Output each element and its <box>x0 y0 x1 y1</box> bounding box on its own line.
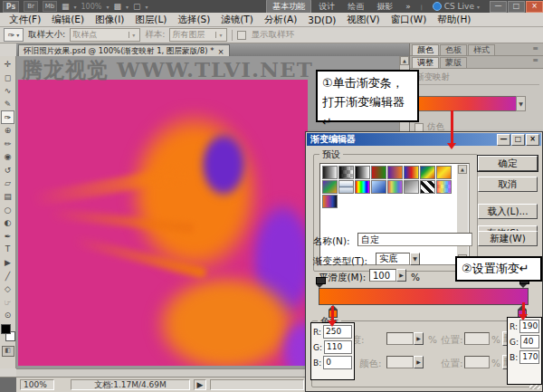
gradient-map-bar[interactable] <box>414 96 518 111</box>
eyedropper-tool[interactable]: ✑ <box>1 110 14 124</box>
clone-stamp-tool[interactable]: ◉ <box>1 150 14 164</box>
gradient-preset[interactable] <box>420 166 435 179</box>
blur-tool[interactable]: ○ <box>1 204 14 217</box>
gradient-preset[interactable] <box>322 195 338 208</box>
scroll-up-icon[interactable]: ▲ <box>458 165 467 174</box>
hand-tool[interactable]: ☞ <box>1 296 14 310</box>
panel-tab[interactable]: 蒙版 <box>440 57 467 68</box>
spinner-icon[interactable]: ▶ <box>396 269 406 282</box>
panel-tab[interactable]: 调整 <box>412 57 439 68</box>
menu-item[interactable]: 3D(D) <box>302 14 341 25</box>
new-button[interactable]: 新建(W) <box>478 231 538 246</box>
panel-menu-icon[interactable]: ≡ <box>532 44 538 53</box>
gradient-preset[interactable] <box>355 166 370 179</box>
menu-item[interactable]: 分析(A) <box>259 14 302 26</box>
lasso-tool[interactable]: ∿ <box>1 84 14 98</box>
cancel-button[interactable]: 取消 <box>478 177 538 192</box>
quick-selection-tool[interactable]: ✎ <box>1 98 14 111</box>
chevron-down-icon[interactable]: ▼ <box>410 253 420 265</box>
workspace-button[interactable]: 绘画 <box>342 0 369 14</box>
menu-item[interactable]: 窗口(W) <box>386 14 433 26</box>
zoom-level-dropdown[interactable]: 100% <box>81 3 102 11</box>
opacity-stop-left[interactable] <box>316 277 324 287</box>
sample-size-select[interactable]: 取样点 ▾ <box>70 28 140 42</box>
mini-bridge-icon[interactable]: Mb <box>43 1 57 12</box>
dialog-minimize-button[interactable]: — <box>497 134 510 146</box>
gradient-preset[interactable] <box>338 166 354 179</box>
gradient-type-select[interactable]: 实底 <box>376 253 410 265</box>
gradient-preset[interactable] <box>371 166 386 179</box>
document-tab[interactable]: 怀旧照片效果.psd @ 100%(渐变映射 1, 图层蒙版/8) * × <box>18 44 230 57</box>
history-brush-tool[interactable]: ↺ <box>1 164 14 177</box>
gradient-preset[interactable] <box>436 180 452 194</box>
load-button[interactable]: 载入(L)... <box>478 204 538 219</box>
menu-item[interactable]: 图层(L) <box>129 14 172 26</box>
close-button[interactable]: × <box>526 1 543 13</box>
photo-canvas[interactable] <box>18 80 308 366</box>
dodge-tool[interactable]: ◐ <box>1 216 14 230</box>
arrange-documents-icon[interactable]: ▩ <box>113 2 121 11</box>
panel-tab[interactable]: 颜色 <box>412 44 439 55</box>
status-zoom-field[interactable]: 100% <box>20 379 54 390</box>
zoom-tool[interactable]: ⊙ <box>1 309 14 322</box>
gradient-preset[interactable] <box>355 180 370 194</box>
shape-tool[interactable]: ╱ <box>1 270 14 283</box>
healing-brush-tool[interactable]: ⊕ <box>1 124 14 138</box>
screen-mode-icon[interactable]: ▢ <box>133 2 141 11</box>
panel-tab[interactable]: 色板 <box>440 44 467 55</box>
foreground-color-swatch[interactable] <box>1 324 11 334</box>
gradient-preset[interactable] <box>404 180 419 194</box>
bridge-icon[interactable]: Br <box>24 1 38 12</box>
presets-scrollbar[interactable]: ▲ ▼ <box>457 165 468 263</box>
dialog-restore-button[interactable]: □ <box>511 134 525 146</box>
gradient-picker-dropdown[interactable]: ▼ <box>516 96 526 111</box>
gradient-preview-bar[interactable] <box>319 288 529 305</box>
gradient-preset[interactable] <box>436 166 452 179</box>
type-tool[interactable]: T <box>1 243 14 256</box>
gradient-preset[interactable] <box>387 166 403 179</box>
show-ring-checkbox[interactable] <box>237 31 246 40</box>
workspace-button[interactable]: 摄影 <box>371 0 398 14</box>
view-extras-icon[interactable]: ▦ <box>62 2 70 11</box>
pen-tool[interactable]: ✒ <box>1 230 14 244</box>
marquee-tool[interactable]: ◻ <box>1 72 14 85</box>
dialog-title-bar[interactable]: 渐变编辑器 — □ × <box>307 133 541 146</box>
gradient-preset[interactable] <box>387 180 403 194</box>
menu-item[interactable]: 滤镜(T) <box>215 14 259 26</box>
menu-item[interactable]: 图像(I) <box>90 14 129 26</box>
eraser-tool[interactable]: ▱ <box>1 177 14 190</box>
brush-tool[interactable]: ✏ <box>1 138 14 151</box>
eyedropper-tool-button[interactable]: ✑ ▾ <box>4 28 24 42</box>
gradient-preset[interactable] <box>322 180 338 194</box>
workspace-button[interactable]: 设计 <box>313 0 340 14</box>
cs-live-button[interactable]: CS Live ▾ <box>433 2 480 11</box>
gradient-preset[interactable] <box>371 180 386 194</box>
quick-mask-icon[interactable]: ◧ <box>2 346 14 357</box>
gradient-preset[interactable] <box>404 166 419 179</box>
menu-item[interactable]: 视图(V) <box>341 14 385 26</box>
dialog-close-button[interactable]: × <box>526 134 539 146</box>
ok-button[interactable]: 确定 <box>478 156 538 171</box>
sample-select[interactable]: 所有图层 ▾ <box>169 28 227 42</box>
gradient-preset[interactable] <box>420 180 435 194</box>
gradient-preset[interactable] <box>322 166 338 179</box>
tab-close-icon[interactable]: × <box>218 47 224 56</box>
3d-rotate-tool[interactable]: ◇ <box>1 282 14 296</box>
minimize-button[interactable]: — <box>490 1 507 13</box>
status-expand-icon[interactable]: ▶ <box>194 379 206 390</box>
panel-menu-icon[interactable]: ≡ <box>532 56 538 64</box>
panel-tab[interactable]: 样式 <box>468 44 495 55</box>
path-selection-tool[interactable]: ▶ <box>1 256 14 270</box>
smoothness-input[interactable]: 100 <box>369 269 396 282</box>
dither-checkbox[interactable] <box>414 123 424 132</box>
menu-item[interactable]: 编辑(E) <box>46 14 90 26</box>
menu-item[interactable]: 选择(S) <box>172 14 215 26</box>
gradient-preset[interactable] <box>338 180 354 194</box>
gradient-tool[interactable]: ▤ <box>1 190 14 204</box>
move-tool[interactable]: ✛ <box>1 58 14 72</box>
menu-item[interactable]: 帮助(H) <box>432 14 476 26</box>
menu-item[interactable]: 文件(F) <box>4 14 46 26</box>
restore-button[interactable]: □ <box>508 1 525 13</box>
name-input[interactable]: 自定 <box>357 233 472 246</box>
workspace-button[interactable]: » <box>400 1 416 12</box>
